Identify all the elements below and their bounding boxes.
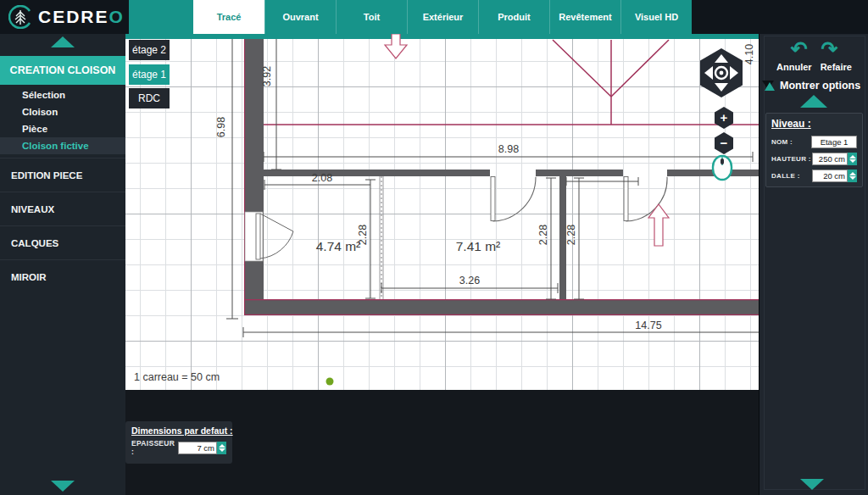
door-top-left[interactable] [491,177,536,222]
sidebar-section-list: EDITION PIECE NIVEAUX CALQUES MIROIR [0,158,125,293]
room-labels: 4.74 m² 7.41 m² [316,239,501,253]
redo-button[interactable]: Refaire [821,62,852,72]
floor-button-etage1[interactable]: étage 1 [129,64,170,85]
stepper-down-icon[interactable] [849,159,856,163]
scale-note: 1 carreau = 50 cm [134,371,220,383]
default-dimensions-panel: Dimensions par defaut : EPAISSEUR : [125,421,232,464]
stepper-down-icon[interactable] [849,176,856,180]
nom-input[interactable] [811,136,857,148]
stepper-up-icon[interactable] [849,172,856,175]
tab-revetement[interactable]: Revêtement [549,0,620,34]
dim-room-height-c: 2.28 [565,225,577,245]
sidebar-item-cloison[interactable]: Cloison [0,103,125,120]
niveau-panel: Niveau : NOM : HAUTEUR : DALLE : [765,113,863,187]
dalle-input[interactable] [812,170,848,182]
dim-inner-width: 3.26 [459,275,480,286]
right-options-panel: ↶ ↷ Annuler Refaire Montrer options Nive… [759,34,868,495]
green-marker-dot[interactable] [326,378,334,386]
pan-navigation-hexagon[interactable] [698,48,744,97]
tab-ouvrant[interactable]: Ouvrant [264,0,336,34]
zoom-in-button[interactable]: + [714,107,734,129]
nom-label: NOM : [771,138,811,146]
redo-icon[interactable]: ↷ [821,38,838,60]
brand-name: CEDREO [38,7,125,27]
tab-trace[interactable]: Tracé [193,0,264,34]
top-bar: CEDREO Tracé Ouvrant Toit Extérieur Prod… [0,0,868,34]
show-options-label: Montrer options [780,80,860,92]
room-area-left: 4.74 m² [316,239,361,253]
epaisseur-stepper[interactable] [217,442,226,454]
dalle-stepper[interactable] [848,170,857,182]
dim-total-width: 14.75 [635,320,661,331]
sidebar-item-piece[interactable]: Pièce [0,120,125,137]
history-controls: ↶ ↷ Annuler Refaire [760,38,868,72]
tab-visuel-hd[interactable]: Visuel HD [620,0,692,34]
cloison-fictive-partition[interactable] [380,176,383,299]
epaisseur-input[interactable] [178,442,217,454]
panel-scroll-down-icon[interactable] [800,479,824,490]
field-row-hauteur: HAUTEUR : [771,152,857,165]
stepper-up-icon[interactable] [849,155,856,159]
dalle-label: DALLE : [771,172,812,180]
sidebar-item-cloison-fictive[interactable]: Cloison fictive [0,137,125,154]
minus-icon: − [721,136,728,150]
dim-door-offset: 2.08 [312,172,332,184]
roof-projection-lines [264,40,759,125]
arrow-down-icon[interactable] [385,34,407,58]
room-area-right: 7.41 m² [456,239,501,253]
floor-button-rdc[interactable]: RDC [129,88,170,108]
cedreo-tree-icon [8,5,32,29]
field-row-dalle: DALLE : [771,169,857,182]
tab-toit[interactable]: Toit [336,0,407,34]
plus-icon: + [721,110,728,125]
field-row-nom: NOM : [771,135,857,148]
sidebar-scroll-down-icon[interactable] [51,481,75,492]
tab-strip: Tracé Ouvrant Toit Extérieur Produit Rev… [129,0,692,34]
dim-left-height: 6.98 [215,117,227,137]
undo-button[interactable]: Annuler [776,62,812,72]
dim-top-width: 8.98 [498,143,519,155]
hauteur-input[interactable] [812,153,848,165]
floor-button-etage2[interactable]: étage 2 [129,40,170,60]
dim-right-height: 4.10 [743,44,755,64]
sidebar-section-creation-cloison[interactable]: CREATION CLOISON [0,56,125,85]
hauteur-stepper[interactable] [848,153,857,165]
options-collapse-up-icon[interactable] [800,95,827,108]
sidebar-item-selection[interactable]: Sélection [0,86,125,103]
app-logo: CEDREO [8,4,125,30]
stepper-up-icon[interactable] [219,444,225,448]
stepper-down-icon[interactable] [219,448,225,452]
sidebar-scroll-up-icon[interactable] [51,36,75,47]
zoom-out-button[interactable]: − [714,132,734,154]
wall-top-b[interactable] [536,170,623,176]
undo-icon[interactable]: ↶ [790,38,807,60]
sidebar-section-miroir[interactable]: MIROIR [0,259,125,293]
wall-top-a[interactable] [264,170,490,176]
mouse-hint-icon [711,154,733,181]
arrow-up-icon[interactable] [648,204,669,246]
floorplan-drawing: 8.98 2.08 3.26 14.75 6.98 3.92 2.28 2.28… [125,34,759,390]
default-dimensions-title: Dimensions par defaut : [131,425,226,436]
left-sidebar: CREATION CLOISON Sélection Cloison Pièce… [0,34,125,495]
floorplan-canvas[interactable]: 8.98 2.08 3.26 14.75 6.98 3.92 2.28 2.28… [125,34,759,390]
niveau-panel-title: Niveau : [771,118,857,130]
hauteur-label: HAUTEUR : [771,155,812,163]
tab-exterieur[interactable]: Extérieur [407,0,478,34]
options-toggle-icon [762,81,775,92]
wall-bottom[interactable] [244,299,759,315]
epaisseur-label: EPAISSEUR : [131,439,178,456]
door-left-wall[interactable] [245,212,293,261]
sidebar-section-calques[interactable]: CALQUES [0,225,125,259]
sidebar-tool-list: Sélection Cloison Pièce Cloison fictive [0,86,125,154]
tab-produit[interactable]: Produit [478,0,549,34]
field-row-epaisseur: EPAISSEUR : [131,441,226,454]
sidebar-section-niveaux[interactable]: NIVEAUX [0,192,125,225]
dim-room-height-b: 2.28 [537,225,549,245]
sidebar-section-edition-piece[interactable]: EDITION PIECE [0,158,125,192]
show-options-toggle[interactable]: Montrer options [762,80,860,92]
dim-upper-height: 3.92 [261,66,273,86]
